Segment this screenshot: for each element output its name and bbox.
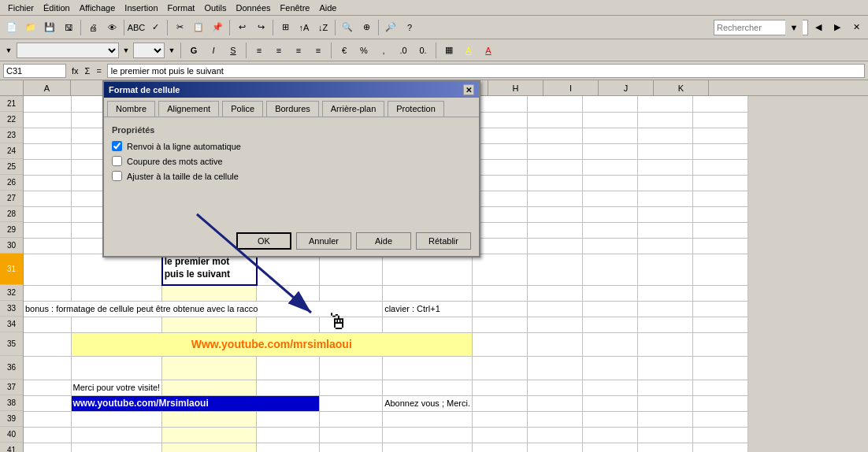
copy-button[interactable]: 📋 [190, 19, 207, 36]
dialog-title: Format de cellule [109, 85, 180, 94]
search-close-button[interactable]: ✕ [848, 19, 865, 36]
sep6 [335, 20, 336, 35]
help-button[interactable]: Aide [356, 232, 411, 250]
spell2-button[interactable]: ✓ [147, 19, 164, 36]
zoom-button[interactable]: 🔎 [382, 19, 399, 36]
sort-desc-button[interactable]: ↓Z [314, 19, 332, 36]
search-prev-button[interactable]: ◀ [810, 19, 827, 36]
sep3 [167, 20, 168, 35]
search-next-button[interactable]: ▶ [829, 19, 846, 36]
new-button[interactable]: 📄 [3, 19, 20, 36]
cut-button[interactable]: ✂ [171, 19, 188, 36]
navigator-button[interactable]: ⊕ [358, 19, 375, 36]
fmt-sep2 [246, 43, 247, 58]
sep4 [229, 20, 230, 35]
equals-icon[interactable]: = [94, 65, 103, 76]
ok-button[interactable]: OK [236, 232, 291, 250]
paste-button[interactable]: 📌 [209, 19, 226, 36]
sep7 [378, 20, 379, 35]
menu-insertion[interactable]: Insertion [120, 2, 162, 14]
format-toolbar: ▼ Arial ▼ 10 ▼ G I S ≡ ≡ ≡ ≡ € % , .0 0.… [0, 39, 868, 61]
dialog-content: Propriétés Renvoi à la ligne automatique… [104, 117, 479, 228]
checkbox-row-1: Renvoi à la ligne automatique [112, 141, 471, 151]
bold-button[interactable]: G [185, 43, 202, 58]
dialog-tab-nombre[interactable]: Nombre [107, 101, 155, 117]
dialog-tab-alignement[interactable]: Alignement [158, 101, 219, 117]
align-right-button[interactable]: ≡ [290, 43, 307, 58]
help-button[interactable]: ? [401, 19, 418, 36]
currency-button[interactable]: € [336, 43, 353, 58]
checkbox-renvoi-label: Renvoi à la ligne automatique [127, 142, 241, 151]
align-left-button[interactable]: ≡ [250, 43, 268, 58]
dialog-tabs: Nombre Alignement Police Bordures Arrièr… [104, 98, 479, 117]
font-dropdown-btn[interactable]: ▼ [121, 42, 131, 59]
align-center-button[interactable]: ≡ [270, 43, 287, 58]
size-select[interactable]: 10 [133, 43, 165, 58]
dec-decimal-button[interactable]: 0. [414, 43, 432, 58]
sum-icon[interactable]: Σ [83, 65, 93, 76]
checkbox-renvoi[interactable] [112, 141, 122, 151]
menu-fichier[interactable]: Fichier [3, 2, 39, 14]
spell-button[interactable]: ABC [128, 19, 145, 36]
redo-button[interactable]: ↪ [252, 19, 269, 36]
undo-button[interactable]: ↩ [233, 19, 250, 36]
formula-icons: fx Σ = [69, 65, 104, 76]
search-box[interactable]: ▼ [714, 20, 808, 35]
checkbox-coupure-label: Coupure des mots active [127, 157, 223, 166]
sep5 [273, 20, 273, 35]
fx-icon[interactable]: fx [69, 65, 81, 76]
cancel-button[interactable]: Annuler [296, 232, 351, 250]
checkbox-ajuster[interactable] [112, 171, 122, 181]
menu-bar: Fichier Édition Affichage Insertion Form… [0, 0, 868, 16]
inc-decimal-button[interactable]: .0 [395, 43, 412, 58]
dialog-tab-arriere-plan[interactable]: Arrière-plan [322, 101, 384, 117]
reset-button[interactable]: Rétablir [416, 232, 471, 250]
menu-affichage[interactable]: Affichage [75, 2, 121, 14]
dialog-close-button[interactable]: ✕ [463, 84, 474, 95]
fmt-sep4 [436, 43, 436, 58]
size-dropdown-btn[interactable]: ▼ [167, 42, 176, 59]
menu-donnees[interactable]: Données [232, 2, 276, 14]
dialog-titlebar: Format de cellule ✕ [104, 82, 479, 98]
save2-button[interactable]: 🖫 [60, 19, 77, 36]
dialog-tab-bordures[interactable]: Bordures [266, 101, 319, 117]
save-button[interactable]: 💾 [41, 19, 58, 36]
format-cell-dialog: Format de cellule ✕ Nombre Alignement Po… [102, 80, 480, 257]
sep1 [80, 20, 81, 35]
menu-aide[interactable]: Aide [314, 2, 341, 14]
cell-reference[interactable]: C31 [3, 64, 66, 78]
font-color-button[interactable]: A [480, 43, 497, 58]
formula-bar: C31 fx Σ = [0, 61, 868, 80]
thousands-button[interactable]: , [375, 43, 392, 58]
insert-table-button[interactable]: ⊞ [276, 19, 294, 36]
font-select[interactable]: Arial [17, 43, 119, 58]
sep2 [124, 20, 124, 35]
bg-color-button[interactable]: A [460, 43, 477, 58]
menu-outils[interactable]: Outils [199, 2, 231, 14]
search-go-button[interactable]: ▼ [785, 19, 803, 36]
dialog-section-title: Propriétés [112, 125, 471, 135]
checkbox-row-3: Ajuster à la taille de la cellule [112, 171, 471, 181]
checkbox-coupure[interactable] [112, 156, 122, 166]
italic-button[interactable]: I [205, 43, 222, 58]
cursor-icon: 🖱 [327, 309, 349, 335]
sort-asc-button[interactable]: ↑A [295, 19, 313, 36]
menu-fenetre[interactable]: Fenêtre [276, 2, 315, 14]
formula-input[interactable] [107, 64, 865, 78]
underline-button[interactable]: S [224, 43, 242, 58]
search-input[interactable] [714, 22, 785, 33]
menu-edition[interactable]: Édition [39, 2, 75, 14]
print-button[interactable]: 🖨 [84, 19, 102, 36]
find-button[interactable]: 🔍 [339, 19, 356, 36]
fmt-sep3 [331, 43, 332, 58]
border-button[interactable]: ▦ [440, 43, 458, 58]
open-button[interactable]: 📁 [22, 19, 39, 36]
preview-button[interactable]: 👁 [103, 19, 121, 36]
menu-format[interactable]: Format [163, 2, 200, 14]
percent-button[interactable]: % [355, 43, 373, 58]
align-justify-button[interactable]: ≡ [310, 43, 327, 58]
style-dropdown-button[interactable]: ▼ [3, 42, 14, 59]
dialog-overlay: Format de cellule ✕ Nombre Alignement Po… [0, 80, 868, 452]
dialog-tab-protection[interactable]: Protection [388, 101, 444, 117]
dialog-tab-police[interactable]: Police [222, 101, 263, 117]
